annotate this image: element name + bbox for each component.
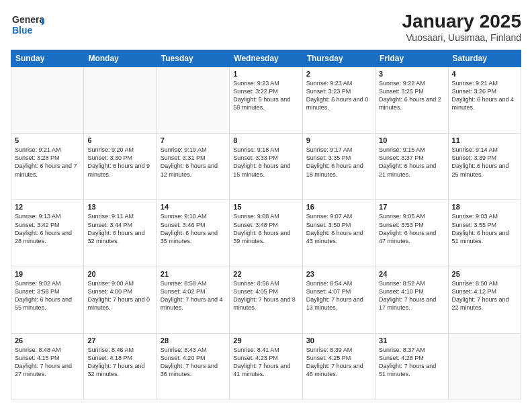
day-number: 2 (306, 70, 371, 78)
week-row-5: 26Sunrise: 8:48 AM Sunset: 4:15 PM Dayli… (11, 333, 521, 400)
day-info: Sunrise: 9:22 AM Sunset: 3:25 PM Dayligh… (379, 79, 444, 112)
day-info: Sunrise: 9:08 AM Sunset: 3:48 PM Dayligh… (233, 212, 298, 245)
day-number: 7 (161, 136, 226, 144)
header-thursday: Thursday (302, 50, 375, 67)
week-row-3: 12Sunrise: 9:13 AM Sunset: 3:42 PM Dayli… (11, 200, 521, 267)
day-number: 26 (15, 336, 80, 345)
day-info: Sunrise: 9:18 AM Sunset: 3:33 PM Dayligh… (233, 146, 298, 179)
table-row: 17Sunrise: 9:05 AM Sunset: 3:53 PM Dayli… (375, 200, 448, 267)
day-number: 24 (379, 270, 444, 278)
svg-text:General: General (12, 14, 44, 25)
day-number: 8 (233, 136, 298, 144)
table-row: 23Sunrise: 8:54 AM Sunset: 4:07 PM Dayli… (302, 267, 375, 333)
week-row-4: 19Sunrise: 9:02 AM Sunset: 3:58 PM Dayli… (11, 267, 521, 333)
table-row: 21Sunrise: 8:58 AM Sunset: 4:02 PM Dayli… (157, 267, 229, 333)
day-number: 3 (379, 70, 444, 78)
day-number: 18 (452, 203, 517, 211)
week-row-2: 5Sunrise: 9:21 AM Sunset: 3:28 PM Daylig… (11, 134, 521, 200)
table-row: 22Sunrise: 8:56 AM Sunset: 4:05 PM Dayli… (230, 267, 302, 333)
day-number: 23 (306, 270, 371, 278)
table-row: 28Sunrise: 8:43 AM Sunset: 4:20 PM Dayli… (157, 333, 229, 400)
day-number: 16 (306, 203, 371, 211)
table-row: 13Sunrise: 9:11 AM Sunset: 3:44 PM Dayli… (84, 200, 157, 267)
calendar-header-row: Sunday Monday Tuesday Wednesday Thursday… (11, 50, 521, 67)
day-info: Sunrise: 9:10 AM Sunset: 3:46 PM Dayligh… (161, 212, 226, 245)
day-info: Sunrise: 9:00 AM Sunset: 4:00 PM Dayligh… (87, 279, 152, 312)
table-row (11, 67, 84, 134)
table-row: 19Sunrise: 9:02 AM Sunset: 3:58 PM Dayli… (11, 267, 84, 333)
day-info: Sunrise: 9:05 AM Sunset: 3:53 PM Dayligh… (379, 212, 444, 245)
day-number: 19 (15, 270, 80, 278)
day-number: 25 (452, 270, 517, 278)
day-info: Sunrise: 9:20 AM Sunset: 3:30 PM Dayligh… (87, 146, 152, 179)
day-number: 22 (233, 270, 298, 278)
table-row: 9Sunrise: 9:17 AM Sunset: 3:35 PM Daylig… (302, 134, 375, 200)
day-info: Sunrise: 9:23 AM Sunset: 3:23 PM Dayligh… (306, 79, 371, 112)
day-info: Sunrise: 9:23 AM Sunset: 3:22 PM Dayligh… (233, 79, 298, 112)
day-info: Sunrise: 9:11 AM Sunset: 3:44 PM Dayligh… (87, 212, 152, 245)
table-row: 29Sunrise: 8:41 AM Sunset: 4:23 PM Dayli… (230, 333, 302, 400)
table-row: 27Sunrise: 8:46 AM Sunset: 4:18 PM Dayli… (84, 333, 157, 400)
table-row: 10Sunrise: 9:15 AM Sunset: 3:37 PM Dayli… (375, 134, 448, 200)
table-row: 18Sunrise: 9:03 AM Sunset: 3:55 PM Dayli… (448, 200, 521, 267)
day-info: Sunrise: 8:54 AM Sunset: 4:07 PM Dayligh… (306, 279, 371, 312)
day-number: 17 (379, 203, 444, 211)
table-row: 6Sunrise: 9:20 AM Sunset: 3:30 PM Daylig… (84, 134, 157, 200)
table-row: 12Sunrise: 9:13 AM Sunset: 3:42 PM Dayli… (11, 200, 84, 267)
table-row: 25Sunrise: 8:50 AM Sunset: 4:12 PM Dayli… (448, 267, 521, 333)
day-number: 28 (161, 336, 226, 345)
page-subtitle: Vuosaari, Uusimaa, Finland (402, 32, 521, 43)
table-row: 7Sunrise: 9:19 AM Sunset: 3:31 PM Daylig… (157, 134, 229, 200)
day-info: Sunrise: 8:46 AM Sunset: 4:18 PM Dayligh… (87, 346, 152, 379)
day-info: Sunrise: 9:02 AM Sunset: 3:58 PM Dayligh… (15, 279, 80, 312)
day-number: 11 (452, 136, 517, 144)
table-row: 26Sunrise: 8:48 AM Sunset: 4:15 PM Dayli… (11, 333, 84, 400)
day-number: 20 (87, 270, 152, 278)
day-info: Sunrise: 8:56 AM Sunset: 4:05 PM Dayligh… (233, 279, 298, 312)
day-number: 12 (15, 203, 80, 211)
day-info: Sunrise: 9:14 AM Sunset: 3:39 PM Dayligh… (452, 146, 517, 179)
table-row: 2Sunrise: 9:23 AM Sunset: 3:23 PM Daylig… (302, 67, 375, 134)
table-row (448, 333, 521, 400)
day-info: Sunrise: 9:21 AM Sunset: 3:28 PM Dayligh… (15, 146, 80, 179)
table-row: 31Sunrise: 8:37 AM Sunset: 4:28 PM Dayli… (375, 333, 448, 400)
day-number: 21 (161, 270, 226, 278)
day-number: 31 (379, 336, 444, 345)
header-saturday: Saturday (448, 50, 521, 67)
table-row: 30Sunrise: 8:39 AM Sunset: 4:25 PM Dayli… (302, 333, 375, 400)
week-row-1: 1Sunrise: 9:23 AM Sunset: 3:22 PM Daylig… (11, 67, 521, 134)
table-row: 3Sunrise: 9:22 AM Sunset: 3:25 PM Daylig… (375, 67, 448, 134)
logo-svg: General Blue (11, 11, 44, 38)
page-title: January 2025 (402, 11, 521, 32)
table-row: 14Sunrise: 9:10 AM Sunset: 3:46 PM Dayli… (157, 200, 229, 267)
day-info: Sunrise: 9:19 AM Sunset: 3:31 PM Dayligh… (161, 146, 226, 179)
table-row: 16Sunrise: 9:07 AM Sunset: 3:50 PM Dayli… (302, 200, 375, 267)
header-wednesday: Wednesday (230, 50, 302, 67)
table-row: 20Sunrise: 9:00 AM Sunset: 4:00 PM Dayli… (84, 267, 157, 333)
day-info: Sunrise: 8:52 AM Sunset: 4:10 PM Dayligh… (379, 279, 444, 312)
day-info: Sunrise: 9:17 AM Sunset: 3:35 PM Dayligh… (306, 146, 371, 179)
calendar-table: Sunday Monday Tuesday Wednesday Thursday… (11, 50, 521, 400)
header-monday: Monday (84, 50, 157, 67)
day-number: 13 (87, 203, 152, 211)
day-number: 4 (452, 70, 517, 78)
table-row: 5Sunrise: 9:21 AM Sunset: 3:28 PM Daylig… (11, 134, 84, 200)
table-row (84, 67, 157, 134)
day-info: Sunrise: 8:37 AM Sunset: 4:28 PM Dayligh… (379, 346, 444, 379)
svg-text:Blue: Blue (12, 25, 33, 36)
table-row (157, 67, 229, 134)
day-info: Sunrise: 9:03 AM Sunset: 3:55 PM Dayligh… (452, 212, 517, 245)
day-info: Sunrise: 8:43 AM Sunset: 4:20 PM Dayligh… (161, 346, 226, 379)
day-info: Sunrise: 9:15 AM Sunset: 3:37 PM Dayligh… (379, 146, 444, 179)
day-number: 1 (233, 70, 298, 78)
logo: General Blue (11, 11, 44, 38)
day-info: Sunrise: 9:13 AM Sunset: 3:42 PM Dayligh… (15, 212, 80, 245)
day-info: Sunrise: 8:48 AM Sunset: 4:15 PM Dayligh… (15, 346, 80, 379)
header-tuesday: Tuesday (157, 50, 229, 67)
header: General Blue January 2025 Vuosaari, Uusi… (11, 11, 521, 43)
table-row: 8Sunrise: 9:18 AM Sunset: 3:33 PM Daylig… (230, 134, 302, 200)
day-number: 9 (306, 136, 371, 144)
day-number: 27 (87, 336, 152, 345)
day-info: Sunrise: 9:21 AM Sunset: 3:26 PM Dayligh… (452, 79, 517, 112)
table-row: 1Sunrise: 9:23 AM Sunset: 3:22 PM Daylig… (230, 67, 302, 134)
